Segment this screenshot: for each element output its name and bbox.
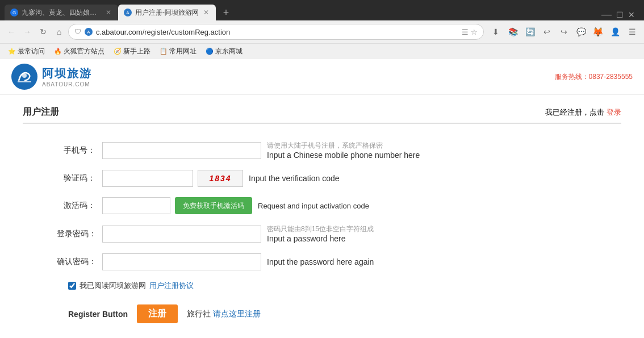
header-right-area: 服务热线：0837-2835555 <box>555 72 633 82</box>
chat-icon[interactable]: 💬 <box>574 24 588 39</box>
maximize-button[interactable]: ☐ <box>616 10 624 19</box>
firefox-icon[interactable]: 🦊 <box>591 24 605 39</box>
sync-icon[interactable]: 🔄 <box>522 24 537 39</box>
library-icon[interactable]: 📚 <box>505 24 520 39</box>
captcha-image[interactable]: 1834 <box>198 170 243 187</box>
bookmark-newbie[interactable]: 🧭 新手上路 <box>110 45 154 57</box>
page-content: 阿坝旅游 ABATOUR.COM 服务热线：0837-2835555 用户注册 … <box>0 59 644 338</box>
register-label: Register Button <box>68 310 128 319</box>
bookmark-most-visited[interactable]: ⭐ 最常访问 <box>5 45 48 57</box>
newbie-icon: 🧭 <box>114 48 122 55</box>
download-icon[interactable]: ⬇ <box>488 24 503 39</box>
phone-hint: 请使用大陆手机号注册，系统严格保密 Input a Chinese mobile… <box>267 141 420 160</box>
page-title-bar: 用户注册 我已经注册，点击 登录 <box>23 106 621 124</box>
phone-label: 手机号： <box>57 145 102 156</box>
bookmark-common-urls[interactable]: 📋 常用网址 <box>156 45 200 57</box>
address-icons: ☰ ☆ <box>462 28 478 36</box>
bookmark-firefox-label: 火狐官方站点 <box>64 47 104 56</box>
minimize-button[interactable]: — <box>601 9 612 20</box>
tab-bar: G 九寨沟、黄龙、四姑娘山、达... ✕ A 用户注册-阿坝旅游网 ✕ + — … <box>0 0 644 20</box>
agency-text-label: 旅行社 <box>187 309 211 318</box>
phone-annotation: Input a Chinese mobile phone number here <box>267 151 420 160</box>
register-button[interactable]: 注册 <box>137 304 178 323</box>
bookmark-jd[interactable]: 🔵 京东商城 <box>202 45 246 57</box>
activation-row: 激活码： 免费获取手机激活码 Request and input activat… <box>57 197 621 214</box>
most-visited-icon: ⭐ <box>8 48 16 55</box>
bookmark-firefox[interactable]: 🔥 火狐官方站点 <box>51 45 108 57</box>
refresh-icon[interactable]: ↪ <box>557 24 571 39</box>
agency-text: 旅行社 请点这里注册 <box>187 309 261 319</box>
bookmark-newbie-label: 新手上路 <box>123 47 150 56</box>
home-button[interactable]: ⌂ <box>52 25 66 39</box>
browser-chrome: G 九寨沟、黄龙、四姑娘山、达... ✕ A 用户注册-阿坝旅游网 ✕ + — … <box>0 0 644 59</box>
svg-point-0 <box>22 73 27 78</box>
agree-checkbox[interactable] <box>68 282 76 290</box>
menu-icon[interactable]: ☰ <box>625 24 639 39</box>
password-hint-text: 密码只能由8到15位非空白字符组成 <box>267 225 374 233</box>
tab-2-label: 用户注册-阿坝旅游网 <box>135 8 199 18</box>
confirm-input[interactable] <box>102 253 261 270</box>
password-label: 登录密码： <box>57 229 102 239</box>
common-urls-icon: 📋 <box>160 48 168 55</box>
toolbar-icons: ⬇ 📚 🔄 ↩ ↪ 💬 🦊 👤 ☰ <box>488 24 639 39</box>
phone-hint-text: 请使用大陆手机号注册，系统严格保密 <box>267 141 383 149</box>
confirm-annotation: Input the password here again <box>267 257 374 266</box>
agree-link[interactable]: 用户注册协议 <box>149 281 194 291</box>
tab-1-close[interactable]: ✕ <box>104 9 112 16</box>
page-title: 用户注册 <box>23 106 59 118</box>
captcha-wrap: 1834 <box>102 170 243 187</box>
avatar-icon[interactable]: 👤 <box>608 24 622 39</box>
captcha-label: 验证码： <box>57 173 102 183</box>
phone-input[interactable] <box>102 142 261 159</box>
site-logo: 阿坝旅游 ABATOUR.COM <box>11 64 92 90</box>
back-button[interactable]: ← <box>5 25 18 39</box>
bookmark-jd-label: 京东商城 <box>215 47 242 56</box>
tab-2-close[interactable]: ✕ <box>202 9 210 16</box>
agency-register-link[interactable]: 请点这里注册 <box>213 309 261 318</box>
site-favicon: A <box>85 28 93 36</box>
tab-2-favicon: A <box>124 9 132 16</box>
captcha-annotation: Input the verification code <box>249 174 340 183</box>
new-tab-button[interactable]: + <box>218 5 234 20</box>
captcha-row: 验证码： 1834 Input the verification code <box>57 170 621 187</box>
logo-text: 阿坝旅游 ABATOUR.COM <box>42 66 92 87</box>
bookmark-common-urls-label: 常用网址 <box>169 47 196 56</box>
activation-wrap: 免费获取手机激活码 <box>102 197 252 214</box>
confirm-row: 确认密码： Input the password here again <box>57 253 621 270</box>
login-hint-text: 我已经注册，点击 <box>545 108 604 116</box>
window-controls: — ☐ ✕ <box>597 9 639 20</box>
forward-button[interactable]: → <box>20 25 34 39</box>
activation-annotation: Request and input activation code <box>258 202 369 210</box>
bookmark-star-icon[interactable]: ☆ <box>471 28 478 36</box>
reader-icon: ☰ <box>462 28 469 36</box>
reload-button[interactable]: ↻ <box>36 25 50 39</box>
tab-1[interactable]: G 九寨沟、黄龙、四姑娘山、达... ✕ <box>5 5 118 20</box>
get-activation-btn[interactable]: 免费获取手机激活码 <box>175 197 252 214</box>
logo-english: ABATOUR.COM <box>42 81 92 87</box>
password-input[interactable] <box>102 226 261 243</box>
address-text[interactable]: c.abatour.com/register/customReg.action <box>96 28 458 36</box>
history-icon[interactable]: ↩ <box>540 24 554 39</box>
address-bar: ← → ↻ ⌂ 🛡 A c.abatour.com/register/custo… <box>0 20 644 43</box>
agree-row: 我已阅读阿坝旅游网 用户注册协议 <box>23 281 621 291</box>
submit-row: Register Button 注册 旅行社 请点这里注册 <box>23 304 621 323</box>
address-input-wrap[interactable]: 🛡 A c.abatour.com/register/customReg.act… <box>68 24 484 40</box>
bookmark-most-visited-label: 最常访问 <box>18 47 45 56</box>
password-annotation: Input a password here <box>267 234 346 243</box>
password-hint: 密码只能由8到15位非空白字符组成 Input a password here <box>267 224 374 243</box>
activation-input[interactable] <box>102 197 170 214</box>
agree-text: 我已阅读阿坝旅游网 <box>80 281 146 291</box>
captcha-value: 1834 <box>209 174 231 183</box>
bookmarks-bar: ⭐ 最常访问 🔥 火狐官方站点 🧭 新手上路 📋 常用网址 🔵 京东商城 <box>0 43 644 59</box>
header-phone: 服务热线：0837-2835555 <box>555 73 633 81</box>
close-button[interactable]: ✕ <box>628 10 635 19</box>
logo-circle <box>11 64 37 90</box>
password-row: 登录密码： 密码只能由8到15位非空白字符组成 Input a password… <box>57 224 621 243</box>
phone-row: 手机号： 请使用大陆手机号注册，系统严格保密 Input a Chinese m… <box>57 141 621 160</box>
shield-icon: 🛡 <box>74 28 81 36</box>
logo-chinese: 阿坝旅游 <box>42 66 92 81</box>
registration-form: 手机号： 请使用大陆手机号注册，系统严格保密 Input a Chinese m… <box>23 141 621 270</box>
tab-2[interactable]: A 用户注册-阿坝旅游网 ✕ <box>118 5 216 20</box>
captcha-input[interactable] <box>102 170 193 187</box>
login-link[interactable]: 登录 <box>607 108 621 116</box>
